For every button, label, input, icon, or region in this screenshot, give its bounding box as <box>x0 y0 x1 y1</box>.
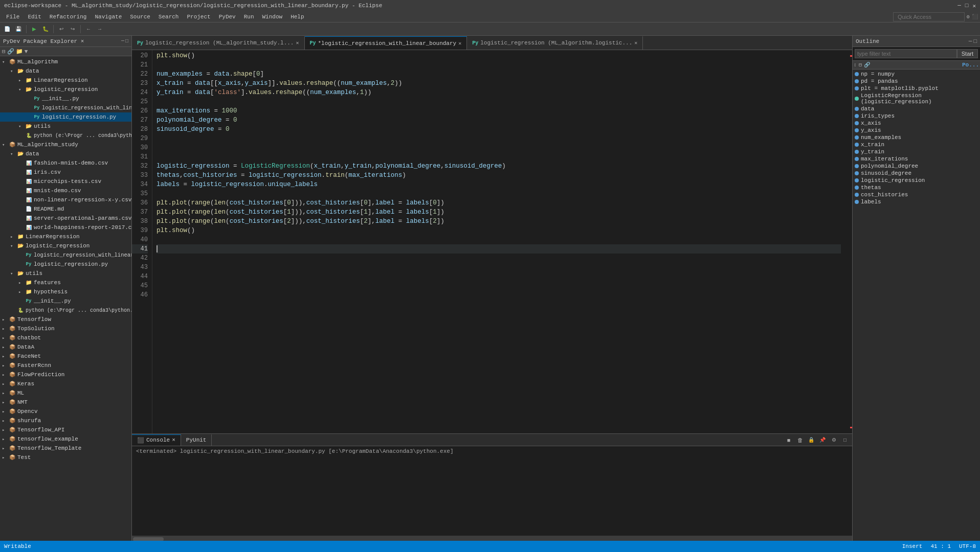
tree-item-flowprediction[interactable]: ▸ 📦 FlowPrediction <box>0 370 131 379</box>
outline-item-y-axis[interactable]: y_axis <box>853 127 980 134</box>
tree-item-test[interactable]: ▸ 📦 Test <box>0 453 131 462</box>
tree-item-world-csv[interactable]: 📊 world-happiness-report-2017.csv <box>0 223 131 232</box>
undo-btn[interactable]: ↩ <box>56 24 66 34</box>
outline-filter-input[interactable] <box>855 49 957 58</box>
menu-edit[interactable]: Edit <box>24 13 45 21</box>
tree-item-opencv[interactable]: ▸ 📦 Opencv <box>0 407 131 416</box>
console-tab-pyunit[interactable]: PyUnit <box>181 434 212 446</box>
console-tab-console[interactable]: ⬛ Console × <box>132 434 181 446</box>
minimize-btn[interactable]: ─ <box>957 3 961 9</box>
tree-item-linear-regression-1[interactable]: ▸ 📁 LinearRegression <box>0 76 131 85</box>
tree-item-logistic-regression-py-1[interactable]: Py logistic_regression.py <box>0 112 131 122</box>
tree-item-init-py-1[interactable]: Py __init__.py <box>0 94 131 103</box>
tree-item-ml-algorithm[interactable]: ▾ 📦 ML_algorithm <box>0 57 131 66</box>
menu-pydev[interactable]: PyDev <box>215 13 240 21</box>
tree-item-logistic-regression-py-2[interactable]: Py logistic_regression.py <box>0 260 131 269</box>
tree-item-python-2[interactable]: 🐍 python (e:\Progr ... conda3\python.exe… <box>0 306 131 315</box>
tree-item-mnist-csv[interactable]: 📊 mnist-demo.csv <box>0 186 131 195</box>
tab-close-btn[interactable]: ✕ <box>634 40 637 46</box>
tree-item-nmt[interactable]: ▸ 📦 NMT <box>0 398 131 407</box>
tree-item-shurufa[interactable]: ▸ 📦 shurufa <box>0 416 131 425</box>
tree-item-iris-csv[interactable]: 📊 iris.csv <box>0 168 131 177</box>
back-btn[interactable]: ← <box>83 24 94 34</box>
outline-item-num-examples[interactable]: num_examples <box>853 134 980 141</box>
quick-access-input[interactable] <box>893 12 965 21</box>
new-folder-icon[interactable]: 📁 <box>16 48 23 55</box>
tree-item-utils-1[interactable]: ▾ 📂 utils <box>0 122 131 131</box>
tree-item-utils-2[interactable]: ▾ 📂 utils <box>0 269 131 278</box>
save-btn[interactable]: 💾 <box>13 24 24 34</box>
console-scroll-lock-btn[interactable]: 🔒 <box>806 435 816 445</box>
console-clear-btn[interactable]: 🗑 <box>795 435 805 445</box>
menu-file[interactable]: File <box>2 13 24 21</box>
tree-item-topsolution[interactable]: ▸ 📦 TopSolution <box>0 324 131 333</box>
outline-item-data[interactable]: data <box>853 105 980 112</box>
tree-item-hypothesis[interactable]: ▸ 📁 hypothesis <box>0 287 131 296</box>
menu-refactoring[interactable]: Refactoring <box>46 13 91 21</box>
close-btn[interactable]: ✕ <box>972 3 976 9</box>
menu-help[interactable]: Help <box>286 13 308 21</box>
tree-item-logistic-regression-1[interactable]: ▾ 📂 logistic_regression <box>0 85 131 94</box>
perspective-icon[interactable]: ⬛ <box>972 14 978 20</box>
menu-arrow-icon[interactable]: ▼ <box>25 49 28 55</box>
tree-item-python-1[interactable]: 🐍 python (e:\Progr ... conda3\python.exe… <box>0 131 131 140</box>
tree-item-nonlinear-csv[interactable]: 📊 non-linear-regression-x-y.csv <box>0 195 131 204</box>
outline-item-thetas[interactable]: thetas <box>853 184 980 191</box>
outline-item-iris-types[interactable]: iris_types <box>853 112 980 120</box>
tree-item-logistic-linear[interactable]: Py logistic_regression_with_linear_bound… <box>0 103 131 112</box>
tab-logistic-regression-1[interactable]: Py logistic_regression (ML_algorithm_stu… <box>132 36 305 50</box>
tree-item-tensorflow-example[interactable]: ▸ 📦 tensorflow_example <box>0 434 131 444</box>
outline-link-icon[interactable]: 🔗 <box>864 62 870 68</box>
tab-close-btn[interactable]: ✕ <box>458 40 461 47</box>
tree-item-data-1[interactable]: ▾ 📂 data <box>0 66 131 76</box>
tree-item-chatbot[interactable]: ▸ 📦 chatbot <box>0 333 131 342</box>
menu-project[interactable]: Project <box>183 13 214 21</box>
tree-item-linear-regression-2[interactable]: ▸ 📁 LinearRegression <box>0 232 131 241</box>
tree-item-logistic-linear-2[interactable]: Py logistic_regression_with_linear_bound… <box>0 250 131 260</box>
tree-item-facenet[interactable]: ▸ 📦 FaceNet <box>0 352 131 361</box>
outline-item-y-train[interactable]: y_train <box>853 148 980 155</box>
outline-item-np[interactable]: np = numpy <box>853 71 980 78</box>
tree-item-server-csv[interactable]: 📊 server-operational-params.csv <box>0 214 131 223</box>
panel-maximize-btn[interactable]: □ <box>125 38 128 44</box>
outline-item-cost-histories[interactable]: cost_histories <box>853 191 980 198</box>
outline-item-logistic-regression-var[interactable]: logistic_regression <box>853 177 980 184</box>
quick-access-icon[interactable]: ⚙ <box>967 14 970 20</box>
menu-search[interactable]: Search <box>154 13 183 21</box>
tree-item-ml[interactable]: ▸ 📦 ML <box>0 388 131 398</box>
outline-start-btn[interactable]: Start <box>957 49 978 58</box>
outline-item-x-axis[interactable]: x_axis <box>853 120 980 127</box>
tree-item-readme[interactable]: 📄 README.md <box>0 204 131 214</box>
maximize-btn[interactable]: □ <box>965 3 969 9</box>
menu-source[interactable]: Source <box>126 13 154 21</box>
console-settings-btn[interactable]: ⚙ <box>829 435 839 445</box>
outline-item-polynomial-degree[interactable]: polynomial_degree <box>853 163 980 170</box>
tree-item-keras[interactable]: ▸ 📦 Keras <box>0 379 131 388</box>
scroll-indicator[interactable] <box>845 50 852 433</box>
tree-item-fashion-csv[interactable]: 📊 fashion-mnist-demo.csv <box>0 158 131 168</box>
outline-maximize-btn[interactable]: □ <box>973 38 977 44</box>
outline-sort-icon[interactable]: ↕ <box>854 62 857 68</box>
outline-minimize-btn[interactable]: ─ <box>969 38 972 44</box>
tree-item-tensorflow-template[interactable]: ▸ 📦 Tensorflow_Template <box>0 444 131 453</box>
tab-close-btn[interactable]: ✕ <box>296 40 299 46</box>
tree-item-init-py-2[interactable]: Py __init__.py <box>0 296 131 306</box>
tree-item-dataa[interactable]: ▸ 📦 DataA <box>0 342 131 352</box>
tree-item-microchips-csv[interactable]: 📊 microchips-tests.csv <box>0 177 131 186</box>
panel-minimize-btn[interactable]: ─ <box>121 38 124 44</box>
tab-logistic-regression-2[interactable]: Py logistic_regression (ML_algorithm.log… <box>467 36 643 50</box>
console-maximize-btn[interactable]: □ <box>840 435 850 445</box>
redo-btn[interactable]: ↪ <box>68 24 78 34</box>
menu-window[interactable]: Window <box>258 13 287 21</box>
tree-item-features[interactable]: ▸ 📁 features <box>0 278 131 287</box>
forward-btn[interactable]: → <box>95 24 105 34</box>
outline-item-sinusoid-degree[interactable]: sinusoid_degree <box>853 170 980 177</box>
menu-run[interactable]: Run <box>240 13 258 21</box>
tree-item-tensorflow[interactable]: ▸ 📦 Tensorflow <box>0 315 131 324</box>
console-pin-btn[interactable]: 📌 <box>817 435 828 445</box>
tree-item-data-2[interactable]: ▾ 📂 data <box>0 149 131 158</box>
outline-item-labels[interactable]: labels <box>853 198 980 205</box>
tree-item-logistic-regression-2[interactable]: ▾ 📂 logistic_regression <box>0 241 131 250</box>
collapse-all-icon[interactable]: ⊟ <box>2 48 6 55</box>
link-editor-icon[interactable]: 🔗 <box>7 48 14 55</box>
